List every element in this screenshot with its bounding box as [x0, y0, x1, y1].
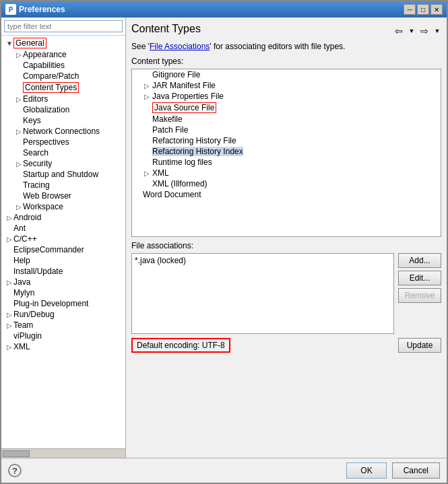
- content-type-arrow-icon: ▷: [144, 93, 152, 100]
- content-type-label: Gitignore File: [152, 70, 200, 79]
- sidebar-item-compare-patch[interactable]: Compare/Patch: [1, 71, 125, 81]
- sidebar-item-keys[interactable]: Keys: [1, 115, 125, 126]
- sidebar-item-install-update[interactable]: Install/Update: [1, 266, 125, 277]
- sidebar-item-tracing[interactable]: Tracing: [1, 180, 125, 191]
- sidebar-item-security[interactable]: ▷Security: [1, 158, 125, 169]
- content-type-item-gitignore[interactable]: Gitignore File: [132, 69, 441, 80]
- content-types-list: Gitignore File▷JAR Manifest File▷Java Pr…: [131, 69, 441, 237]
- content-type-item-java-properties[interactable]: ▷Java Properties File: [132, 91, 441, 102]
- sidebar-item-label: Keys: [23, 116, 41, 125]
- preferences-window: P Preferences ─ □ ✕ ▼General▷AppearanceC…: [0, 0, 448, 484]
- sidebar-item-cpp[interactable]: ▷C/C++: [1, 234, 125, 244]
- update-button[interactable]: Update: [398, 338, 441, 353]
- sidebar-item-java[interactable]: ▷Java: [1, 277, 125, 287]
- sidebar-item-startup-shutdown[interactable]: Startup and Shutdow: [1, 169, 125, 180]
- sidebar-item-run-debug[interactable]: ▷Run/Debug: [1, 309, 125, 320]
- sidebar-item-android[interactable]: ▷Android: [1, 212, 125, 223]
- sidebar-item-perspectives[interactable]: Perspectives: [1, 137, 125, 147]
- content-type-item-jar-manifest[interactable]: ▷JAR Manifest File: [132, 80, 441, 91]
- file-associations-link[interactable]: File Associations: [150, 42, 210, 51]
- content-type-item-patch-file[interactable]: Patch File: [132, 125, 441, 135]
- desc-prefix: See ': [131, 42, 150, 51]
- forward-button[interactable]: ⇨: [417, 24, 432, 38]
- sidebar-item-ant[interactable]: Ant: [1, 223, 125, 234]
- sidebar-item-search[interactable]: Search: [1, 147, 125, 158]
- sidebar-item-appearance[interactable]: ▷Appearance: [1, 49, 125, 60]
- sidebar-item-label: Install/Update: [13, 267, 63, 276]
- sidebar-item-mylyn[interactable]: Mylyn: [1, 287, 125, 298]
- add-button[interactable]: Add...: [398, 253, 441, 268]
- content-type-item-makefile[interactable]: Makefile: [132, 114, 441, 125]
- content-type-label: Makefile: [152, 114, 183, 124]
- sidebar-item-viplugin[interactable]: viPlugin: [1, 331, 125, 341]
- file-assoc-item-java-locked[interactable]: *.java (locked): [133, 255, 392, 266]
- file-assoc-list: *.java (locked): [131, 253, 394, 334]
- back-dropdown[interactable]: ▼: [408, 24, 416, 38]
- sidebar-item-label: Editors: [23, 94, 48, 104]
- sidebar-item-general[interactable]: ▼General: [1, 37, 125, 49]
- tree-arrow-icon: ▷: [5, 279, 13, 286]
- content-type-item-refactoring-history-index[interactable]: Refactoring History Index: [132, 146, 441, 157]
- content-type-item-xml[interactable]: ▷XML: [132, 168, 441, 178]
- sidebar-item-workspace[interactable]: ▷Workspace: [1, 201, 125, 212]
- content-type-label: XML (Illformed): [152, 179, 207, 188]
- ok-button[interactable]: OK: [346, 462, 386, 479]
- file-assoc-buttons: Add... Edit... Remove: [398, 253, 441, 303]
- content-type-item-java-source[interactable]: Java Source File: [132, 102, 441, 114]
- content-type-label: Refactoring History File: [152, 136, 236, 145]
- maximize-button[interactable]: □: [417, 4, 429, 15]
- file-assoc-row: *.java (locked) Add... Edit... Remove: [131, 253, 441, 334]
- sidebar-item-label: Help: [13, 256, 30, 265]
- content-type-label: Java Properties File: [152, 92, 224, 101]
- content-type-item-runtime-log[interactable]: Runtime log files: [132, 157, 441, 168]
- sidebar-item-plugin-dev[interactable]: Plug-in Development: [1, 298, 125, 309]
- window-icon: P: [5, 4, 16, 15]
- tree-arrow-icon: ▷: [5, 236, 13, 243]
- tree-arrow-icon: ▷: [5, 343, 13, 351]
- sidebar-item-xml[interactable]: ▷XML: [1, 341, 125, 352]
- window-title: Preferences: [19, 5, 65, 14]
- tree-arrow-icon: ▷: [5, 311, 13, 318]
- sidebar-item-globalization[interactable]: Globalization: [1, 104, 125, 115]
- sidebar-item-network-connections[interactable]: ▷Network Connections: [1, 126, 125, 137]
- sidebar-item-editors[interactable]: ▷Editors: [1, 94, 125, 104]
- content-type-label: XML: [152, 168, 169, 178]
- sidebar-item-label: Globalization: [23, 105, 69, 114]
- tree: ▼General▷AppearanceCapabilitiesCompare/P…: [1, 36, 125, 448]
- main-content: ▼General▷AppearanceCapabilitiesCompare/P…: [1, 18, 447, 458]
- horizontal-scrollbar[interactable]: [1, 448, 125, 458]
- sidebar-item-eclipse-commander[interactable]: EclipseCommander: [1, 244, 125, 255]
- back-button[interactable]: ⇦: [391, 24, 406, 38]
- sidebar-item-label: Appearance: [23, 50, 67, 59]
- scroll-thumb[interactable]: [3, 450, 30, 457]
- content-type-label: Word Document: [143, 190, 201, 199]
- content-type-label: Runtime log files: [152, 158, 212, 167]
- filter-input[interactable]: [4, 20, 123, 32]
- sidebar-item-content-types[interactable]: Content Types: [1, 81, 125, 94]
- title-bar-controls: ─ □ ✕: [404, 4, 443, 15]
- tree-arrow-icon: ▷: [5, 214, 13, 221]
- sidebar-item-web-browser[interactable]: Web Browser: [1, 191, 125, 201]
- sidebar-item-label: Search: [23, 148, 49, 158]
- title-bar-left: P Preferences: [5, 4, 65, 15]
- sidebar-item-label: Network Connections: [23, 127, 100, 136]
- sidebar-item-help[interactable]: Help: [1, 255, 125, 266]
- remove-button[interactable]: Remove: [398, 288, 441, 303]
- content-type-item-word-doc[interactable]: Word Document: [132, 189, 441, 200]
- content-type-label: Refactoring History Index: [152, 147, 243, 156]
- sidebar-item-capabilities[interactable]: Capabilities: [1, 60, 125, 71]
- edit-button[interactable]: Edit...: [398, 271, 441, 285]
- sidebar-item-label: Plug-in Development: [13, 299, 88, 308]
- content-type-item-refactoring-history[interactable]: Refactoring History File: [132, 135, 441, 146]
- sidebar-item-team[interactable]: ▷Team: [1, 320, 125, 331]
- filter-box: [1, 18, 125, 36]
- sidebar-item-label: C/C++: [13, 234, 37, 244]
- close-button[interactable]: ✕: [430, 4, 443, 15]
- content-type-item-xml-illformed[interactable]: XML (Illformed): [132, 178, 441, 189]
- toolbar-arrows: ⇦ ▼ ⇨ ▼: [391, 24, 441, 38]
- forward-dropdown[interactable]: ▼: [433, 24, 441, 38]
- sidebar-item-label: Android: [13, 213, 41, 222]
- minimize-button[interactable]: ─: [404, 4, 416, 15]
- help-button[interactable]: ?: [8, 464, 22, 477]
- cancel-button[interactable]: Cancel: [392, 462, 440, 479]
